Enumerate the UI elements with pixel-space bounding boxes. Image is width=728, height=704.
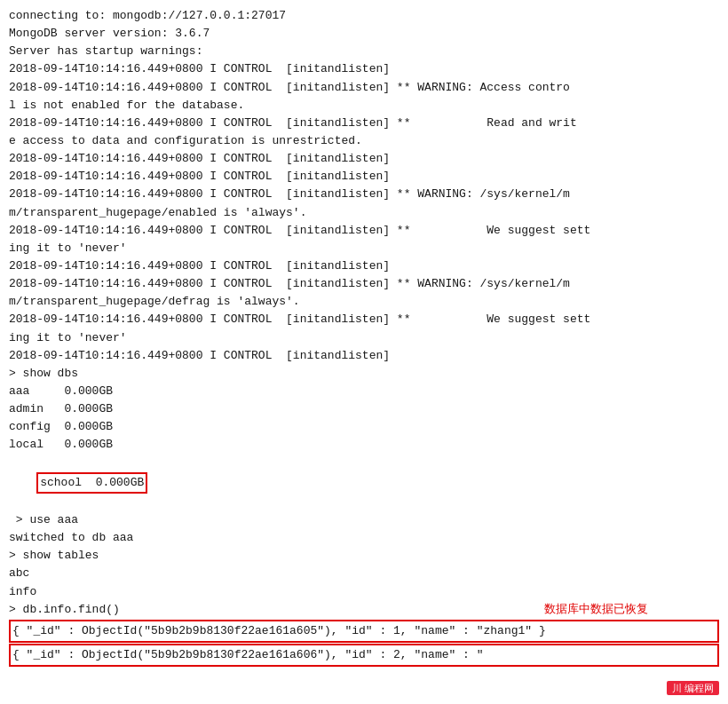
line-version: MongoDB server version: 3.6.7	[9, 25, 719, 43]
line-doc2-box: { "_id" : ObjectId("5b9b2b9b8130f22ae161…	[9, 644, 719, 667]
line-showdbs: > show dbs	[9, 365, 719, 383]
line-3: 2018-09-14T10:14:16.449+0800 I CONTROL […	[9, 115, 719, 132]
line-connect: connecting to: mongodb://127.0.0.1:27017	[9, 7, 719, 25]
line-9b: m/transparent_hugepage/defrag is 'always…	[9, 293, 719, 311]
line-useaaa: > use aaa	[9, 511, 719, 529]
line-11: 2018-09-14T10:14:16.449+0800 I CONTROL […	[9, 347, 719, 365]
terminal-window: connecting to: mongodb://127.0.0.1:27017…	[0, 0, 728, 704]
line-9: 2018-09-14T10:14:16.449+0800 I CONTROL […	[9, 275, 719, 293]
line-warnings: Server has startup warnings:	[9, 43, 719, 60]
line-7b: ing it to 'never'	[9, 240, 719, 257]
line-config: config 0.000GB	[9, 418, 719, 436]
watermark: 川 编程网	[667, 682, 719, 695]
line-8: 2018-09-14T10:14:16.449+0800 I CONTROL […	[9, 257, 719, 275]
find-section: > db.info.find() 数据库中数据已恢复	[9, 601, 719, 619]
line-2b: l is not enabled for the database.	[9, 97, 719, 115]
line-info: info	[9, 583, 719, 601]
line-3b: e access to data and configuration is un…	[9, 132, 719, 150]
line-5: 2018-09-14T10:14:16.449+0800 I CONTROL […	[9, 168, 719, 186]
line-abc: abc	[9, 565, 719, 582]
line-switched: switched to db aaa	[9, 529, 719, 547]
line-10b: ing it to 'never'	[9, 329, 719, 347]
line-doc1: { "_id" : ObjectId("5b9b2b9b8130f22ae161…	[12, 624, 546, 637]
watermark-label: 川 编程网	[667, 681, 719, 695]
watermark-icon: 川	[672, 683, 682, 693]
line-7: 2018-09-14T10:14:16.449+0800 I CONTROL […	[9, 222, 719, 240]
line-4: 2018-09-14T10:14:16.449+0800 I CONTROL […	[9, 150, 719, 168]
line-school-highlighted: school 0.000GB	[9, 455, 719, 511]
line-6: 2018-09-14T10:14:16.449+0800 I CONTROL […	[9, 186, 719, 203]
watermark-text: 编程网	[684, 683, 714, 693]
line-6b: m/transparent_hugepage/enabled is 'alway…	[9, 204, 719, 222]
line-aaa: aaa 0.000GB	[9, 383, 719, 400]
line-doc2: { "_id" : ObjectId("5b9b2b9b8130f22ae161…	[12, 648, 484, 661]
line-local: local 0.000GB	[9, 436, 719, 454]
line-showtables: > show tables	[9, 547, 719, 565]
line-admin: admin 0.000GB	[9, 400, 719, 418]
line-10: 2018-09-14T10:14:16.449+0800 I CONTROL […	[9, 311, 719, 328]
line-2: 2018-09-14T10:14:16.449+0800 I CONTROL […	[9, 79, 719, 97]
line-1: 2018-09-14T10:14:16.449+0800 I CONTROL […	[9, 60, 719, 78]
school-highlight-box: school 0.000GB	[36, 472, 147, 494]
line-doc1-box: { "_id" : ObjectId("5b9b2b9b8130f22ae161…	[9, 620, 719, 643]
annotation-text: 数据库中数据已恢复	[544, 601, 648, 617]
